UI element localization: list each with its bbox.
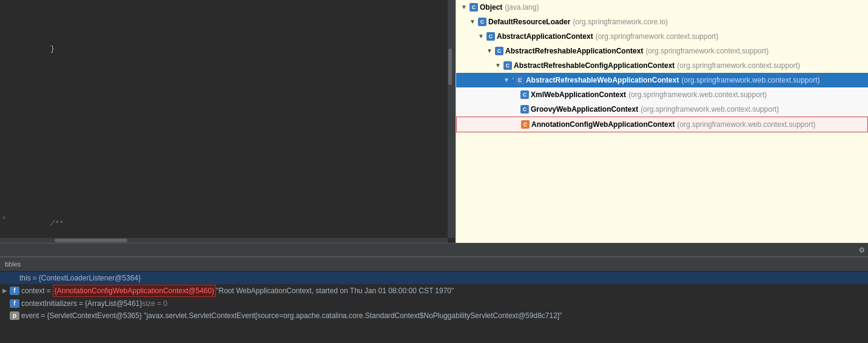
code-line <box>0 164 455 175</box>
var-size: size = 0 <box>142 298 167 309</box>
tree-item-object[interactable]: ▼ C Object (java.lang) <box>456 0 868 15</box>
var-value: {ServletContextEvent@5365} "javax.servle… <box>47 310 562 321</box>
debug-panel: bbles this = {ContextLoaderListener@5364… <box>0 256 868 343</box>
var-equals: = <box>47 285 51 296</box>
tree-item-package: (org.springframework.context.support) <box>677 59 800 72</box>
tree-item-abstractrefreshableconfig[interactable]: ▼ C AbstractRefreshableConfigApplication… <box>456 58 868 73</box>
tree-item-package: (org.springframework.core.io) <box>573 16 668 28</box>
code-text: } <box>30 44 455 55</box>
tree-item-package: (java.lang) <box>505 1 539 13</box>
field-icon: f <box>10 287 19 295</box>
tree-item-label: XmlWebApplicationContext <box>531 89 626 101</box>
code-line: ≡ /** <box>0 219 455 229</box>
var-value: {ContextLoaderListener@5364} <box>39 273 141 284</box>
var-value: {ArrayList@5461} <box>85 298 142 309</box>
override-marker: * <box>512 74 514 86</box>
code-line <box>0 131 455 142</box>
class-icon: C <box>503 61 512 70</box>
expander-icon[interactable]: ▶ <box>0 285 10 296</box>
tree-item-groovyweb[interactable]: C GroovyWebApplicationContext (org.sprin… <box>456 102 868 117</box>
code-text: /** <box>30 219 455 229</box>
tree-arrow-icon: ▼ <box>486 45 495 57</box>
settings-icon[interactable]: ⚙ <box>860 245 864 255</box>
debug-variables: this = {ContextLoaderListener@5364} ▶ f … <box>0 271 868 323</box>
tree-item-label: AbstractRefreshableWebApplicationContext <box>526 74 679 86</box>
var-highlight-value: {AnnotationConfigWebApplicationContext@5… <box>53 285 216 297</box>
debug-row-event[interactable]: p event = {ServletContextEvent@5365} "ja… <box>0 310 868 322</box>
scrollbar-thumb <box>448 49 452 85</box>
tree-item-label: DefaultResourceLoader <box>488 16 570 28</box>
tree-item-annotationconfigweb[interactable]: C AnnotationConfigWebApplicationContext … <box>456 117 868 132</box>
class-icon: C <box>516 76 524 84</box>
settings-bar: ⚙ <box>0 243 868 256</box>
tree-arrow-icon: ▼ <box>503 74 512 86</box>
tree-item-abstractrefreshable[interactable]: ▼ C AbstractRefreshableApplicationContex… <box>456 44 868 58</box>
fold-icon[interactable]: ≡ <box>2 213 6 224</box>
var-name: this <box>19 273 31 284</box>
tree-item-package: (org.springframework.web.context.support… <box>681 74 819 86</box>
tree-item-abstractrefreshableweb[interactable]: ▼ * C AbstractRefreshableWebApplicationC… <box>456 73 868 87</box>
class-icon: C <box>486 32 495 41</box>
debug-header-label: bbles <box>5 260 21 268</box>
var-name: event <box>21 310 39 321</box>
tree-arrow-icon: ▼ <box>469 16 478 28</box>
tree-arrow-icon: ▼ <box>461 1 469 13</box>
tree-item-label: GroovyWebApplicationContext <box>531 103 638 115</box>
tree-item-package: (org.springframework.web.context.support… <box>628 89 767 101</box>
debug-row-this[interactable]: this = {ContextLoaderListener@5364} <box>0 272 868 284</box>
class-icon: C <box>521 120 530 129</box>
tree-item-label: AbstractApplicationContext <box>497 30 593 42</box>
tree-item-label: AnnotationConfigWebApplicationContext <box>531 118 675 131</box>
tree-item-package: (org.springframework.web.context.support… <box>641 103 779 115</box>
class-hierarchy-tree: ▼ C Object (java.lang) ▼ C DefaultResour… <box>456 0 868 243</box>
var-name: contextInitializers <box>21 298 77 309</box>
field-icon: f <box>10 299 19 308</box>
code-line <box>0 98 455 109</box>
debug-header: bbles <box>0 257 868 271</box>
debug-row-context-initializers[interactable]: f contextInitializers = {ArrayList@5461}… <box>0 297 868 310</box>
param-icon: p <box>10 311 19 320</box>
code-text <box>30 164 455 175</box>
vertical-scrollbar[interactable] <box>448 0 455 238</box>
tree-item-label: Object <box>480 1 502 13</box>
tree-item-label: AbstractRefreshableConfigApplicationCont… <box>514 59 675 72</box>
scrollbar-thumb <box>55 239 127 242</box>
var-name: context <box>21 285 45 296</box>
tree-item-package: (org.springframework.web.context.support… <box>677 118 815 131</box>
var-equals: = <box>41 310 45 321</box>
class-icon: C <box>495 47 503 55</box>
tree-arrow-icon: ▼ <box>478 30 486 42</box>
tree-item-package: (org.springframework.context.support) <box>645 45 769 57</box>
code-line: } <box>0 44 455 55</box>
class-icon: C <box>520 90 529 99</box>
class-icon: C <box>520 105 529 114</box>
tree-item-defaultresourceloader[interactable]: ▼ C DefaultResourceLoader (org.springfra… <box>456 15 868 29</box>
var-value: "Root WebApplicationContext, started on … <box>216 285 454 296</box>
horizontal-scrollbar[interactable] <box>0 238 448 243</box>
tree-item-package: (org.springframework.context.support) <box>596 30 719 42</box>
class-icon: C <box>469 3 478 12</box>
code-content: } ≡ /** <box>0 0 455 243</box>
var-equals: = <box>79 298 83 309</box>
code-text <box>30 131 455 142</box>
class-icon: C <box>478 18 486 26</box>
code-text <box>30 98 455 109</box>
var-equals: = <box>33 273 37 284</box>
tree-item-xmlweb[interactable]: C XmlWebApplicationContext (org.springfr… <box>456 87 868 102</box>
tree-item-label: AbstractRefreshableApplicationContext <box>505 45 643 57</box>
tree-item-abstractapplicationcontext[interactable]: ▼ C AbstractApplicationContext (org.spri… <box>456 29 868 44</box>
debug-row-context[interactable]: ▶ f context = {AnnotationConfigWebApplic… <box>0 284 868 297</box>
tree-arrow-icon: ▼ <box>495 59 503 72</box>
code-editor: } ≡ /** <box>0 0 456 243</box>
